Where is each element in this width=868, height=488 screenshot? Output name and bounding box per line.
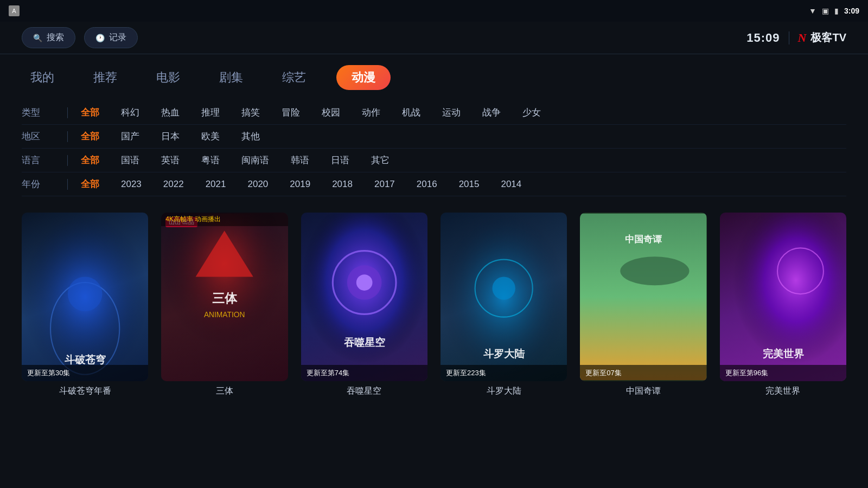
header-right: 15:09 N 极客TV	[746, 30, 846, 45]
header-time: 15:09	[746, 31, 780, 45]
filter-option-year-2023[interactable]: 2023	[121, 179, 142, 190]
filter-option-region-全部[interactable]: 全部	[81, 130, 99, 143]
filter-option-language-英语[interactable]: 英语	[161, 154, 180, 166]
clock-icon: 🕐	[95, 34, 105, 42]
card-poster-card1: 斗破苍穹 更新至第30集	[22, 213, 148, 381]
svg-text:斗破苍穹: 斗破苍穹	[65, 354, 106, 365]
filter-option-year-2014[interactable]: 2014	[501, 179, 521, 190]
filter-label-region: 地区	[22, 130, 54, 143]
card-card1[interactable]: 斗破苍穹 更新至第30集斗破苍穹年番	[22, 213, 148, 397]
nav-tab-movie[interactable]: 电影	[148, 65, 189, 90]
card-badge: 更新至第96集	[720, 365, 846, 381]
card-title-card3: 吞噬星空	[301, 386, 427, 397]
filter-option-year-2020[interactable]: 2020	[247, 179, 268, 190]
card-badge: 更新至223集	[441, 365, 567, 381]
nav-tab-recommend[interactable]: 推荐	[85, 65, 126, 90]
header-divider	[789, 31, 789, 44]
filter-option-year-2018[interactable]: 2018	[332, 179, 353, 190]
wifi-icon: ▼	[809, 7, 816, 15]
header-left: 🔍 搜索 🕐 记录	[22, 27, 138, 48]
filter-options-type: 全部科幻热血推理搞笑冒险校园动作机战运动战争少女	[81, 106, 541, 119]
card-badge: 更新至第30集	[22, 365, 148, 381]
card-card3[interactable]: 吞噬星空 更新至第74集吞噬星空	[301, 213, 427, 397]
filter-options-language: 全部国语英语粤语闽南语韩语日语其它	[81, 154, 390, 166]
card-poster-card5: 中国奇谭 更新至07集	[580, 213, 706, 381]
filter-divider-year	[67, 179, 68, 190]
nav-tab-variety[interactable]: 综艺	[273, 65, 315, 90]
filter-option-type-战争[interactable]: 战争	[482, 106, 501, 119]
card-card5[interactable]: 中国奇谭 更新至07集中国奇谭	[580, 213, 706, 397]
nav-tab-drama[interactable]: 剧集	[210, 65, 252, 90]
filter-option-type-冒险[interactable]: 冒险	[282, 106, 300, 119]
filter-option-type-推理[interactable]: 推理	[201, 106, 220, 119]
system-time: 3:09	[844, 7, 859, 15]
content-area: 斗破苍穹 更新至第30集斗破苍穹年番 三体 ANIMATION 山山 出品4K高…	[0, 202, 868, 397]
filter-option-language-国语[interactable]: 国语	[121, 154, 139, 166]
filter-option-type-搞笑[interactable]: 搞笑	[241, 106, 260, 119]
search-button[interactable]: 🔍 搜索	[22, 27, 75, 48]
card-card6[interactable]: 完美世界 更新至第96集完美世界	[720, 213, 846, 397]
svg-text:斗罗大陆: 斗罗大陆	[483, 348, 525, 359]
svg-point-15	[492, 277, 515, 299]
svg-point-18	[621, 256, 690, 285]
filter-option-language-粤语[interactable]: 粤语	[201, 154, 220, 166]
search-icon: 🔍	[33, 34, 42, 42]
card-title-card6: 完美世界	[720, 386, 846, 397]
filter-option-year-2022[interactable]: 2022	[163, 179, 184, 190]
filter-option-year-全部[interactable]: 全部	[81, 178, 99, 190]
card-poster-card6: 完美世界 更新至第96集	[720, 213, 846, 381]
record-label: 记录	[109, 32, 126, 43]
svg-point-11	[356, 274, 372, 291]
filter-option-region-欧美[interactable]: 欧美	[201, 130, 220, 143]
filter-row-language: 语言全部国语英语粤语闽南语韩语日语其它	[22, 149, 846, 172]
filter-option-type-少女[interactable]: 少女	[522, 106, 541, 119]
card-card2[interactable]: 三体 ANIMATION 山山 出品4K高帧率 动画播出三体	[161, 213, 288, 397]
card-poster-card3: 吞噬星空 更新至第74集	[301, 213, 427, 381]
filter-option-language-闽南语[interactable]: 闽南语	[241, 154, 269, 166]
record-button[interactable]: 🕐 记录	[84, 27, 138, 48]
brand: N 极客TV	[798, 30, 846, 45]
card-badge: 更新至第74集	[301, 365, 427, 381]
card-badge: 更新至07集	[580, 365, 706, 381]
netflix-icon: N	[798, 31, 807, 45]
svg-text:ANIMATION: ANIMATION	[204, 311, 245, 319]
filter-row-region: 地区全部国产日本欧美其他	[22, 125, 846, 149]
card-poster-card2: 三体 ANIMATION 山山 出品4K高帧率 动画播出	[161, 213, 288, 381]
filter-option-year-2021[interactable]: 2021	[206, 179, 226, 190]
filter-option-type-科幻[interactable]: 科幻	[121, 106, 139, 119]
nav-tab-anime[interactable]: 动漫	[336, 65, 391, 90]
card-title-card5: 中国奇谭	[580, 386, 706, 397]
filter-option-year-2016[interactable]: 2016	[417, 179, 437, 190]
filter-option-region-其他[interactable]: 其他	[241, 130, 260, 143]
filter-option-type-热血[interactable]: 热血	[161, 106, 180, 119]
app-icon: A	[9, 5, 20, 16]
filter-divider-region	[67, 131, 68, 142]
nav-tab-my[interactable]: 我的	[22, 65, 63, 90]
filter-label-year: 年份	[22, 178, 54, 190]
filter-option-language-韩语[interactable]: 韩语	[291, 154, 309, 166]
filter-option-region-国产[interactable]: 国产	[121, 130, 139, 143]
filter-option-language-日语[interactable]: 日语	[331, 154, 349, 166]
filter-option-type-机战[interactable]: 机战	[402, 106, 420, 119]
filter-row-type: 类型全部科幻热血推理搞笑冒险校园动作机战运动战争少女	[22, 101, 846, 125]
card-poster-card4: 斗罗大陆 更新至223集	[441, 213, 567, 381]
card-quality-badge: 4K高帧率 动画播出	[161, 213, 288, 226]
filter-option-type-校园[interactable]: 校园	[322, 106, 340, 119]
signal-icon: ▣	[822, 7, 829, 15]
filter-option-year-2015[interactable]: 2015	[459, 179, 480, 190]
card-title-card1: 斗破苍穹年番	[22, 386, 148, 397]
filter-option-language-其它[interactable]: 其它	[371, 154, 390, 166]
filter-option-type-运动[interactable]: 运动	[442, 106, 461, 119]
content-grid: 斗破苍穹 更新至第30集斗破苍穹年番 三体 ANIMATION 山山 出品4K高…	[22, 213, 846, 397]
card-card4[interactable]: 斗罗大陆 更新至223集斗罗大陆	[441, 213, 567, 397]
filter-option-type-全部[interactable]: 全部	[81, 106, 99, 119]
svg-point-2	[68, 277, 103, 311]
filter-option-language-全部[interactable]: 全部	[81, 154, 99, 166]
filter-option-region-日本[interactable]: 日本	[161, 130, 180, 143]
system-bar-right: ▼ ▣ ▮ 3:09	[809, 7, 859, 15]
filter-option-year-2019[interactable]: 2019	[290, 179, 310, 190]
filter-option-year-2017[interactable]: 2017	[374, 179, 395, 190]
filters: 类型全部科幻热血推理搞笑冒险校园动作机战运动战争少女地区全部国产日本欧美其他语言…	[0, 95, 868, 202]
filter-option-type-动作[interactable]: 动作	[362, 106, 380, 119]
filter-options-year: 全部20232022202120202019201820172016201520…	[81, 178, 521, 190]
